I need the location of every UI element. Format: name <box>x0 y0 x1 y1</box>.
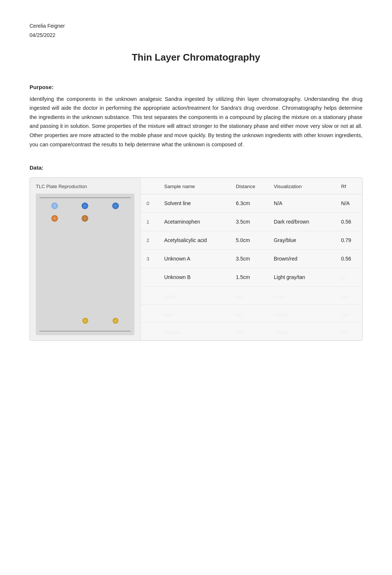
row-num <box>141 287 158 305</box>
sample-name: ...... <box>158 304 230 323</box>
rf-value: ..... <box>335 323 362 340</box>
rf-value: ..... <box>335 304 362 323</box>
table-row: ......... ..... ........ ..... <box>141 287 362 305</box>
sample-name: ......... <box>158 287 230 305</box>
row-num: 3 <box>141 250 158 268</box>
row-num <box>141 323 158 340</box>
table-row: ...... ..... ........... ..... <box>141 304 362 323</box>
visualization: Gray/blue <box>268 231 335 250</box>
row-num: 1 <box>141 213 158 231</box>
row-num: 2 <box>141 231 158 250</box>
author-name: Cerelia Feigner <box>30 22 362 30</box>
visualization: ........... <box>268 323 335 340</box>
distance: 5.0cm <box>230 231 268 250</box>
tlc-dots-row-bottom <box>39 317 131 324</box>
tlc-dot-orange3-2 <box>113 318 118 324</box>
row-num: 0 <box>141 194 158 213</box>
distance: ..... <box>230 287 268 305</box>
rf-value: 0.79 <box>335 231 362 250</box>
tlc-dot-blue-2 <box>112 203 119 209</box>
table-row: 0 Solvent line 6.3cm N/A N/A <box>141 194 362 213</box>
sample-name: Acetylsalicylic acid <box>158 231 230 250</box>
tlc-dots-row-mid <box>39 215 131 222</box>
purpose-text: Identifying the components in the unknow… <box>30 95 362 149</box>
visualization: ........ <box>268 287 335 305</box>
visualization: Light gray/tan <box>268 268 335 287</box>
th-distance: Distance <box>230 178 268 194</box>
date: 04/25/2022 <box>30 31 362 39</box>
rf-value: ... <box>335 268 362 287</box>
sample-name: ............. <box>158 323 230 340</box>
purpose-label: Purpose: <box>30 83 362 92</box>
data-table: Sample name Distance Visualization Rf 0 … <box>141 178 362 340</box>
visualization: N/A <box>268 194 335 213</box>
sample-name: Unknown A <box>158 250 230 268</box>
tlc-dot-orange3-1 <box>82 318 88 324</box>
tlc-dot-orange-1 <box>51 215 58 222</box>
table-row: 1 Acetaminophen 3.5cm Dark red/brown 0.5… <box>141 213 362 231</box>
tlc-spacer <box>39 225 131 314</box>
tlc-dot-placeholder <box>112 215 119 222</box>
table-panel: Sample name Distance Visualization Rf 0 … <box>141 178 362 340</box>
tlc-top-line <box>39 197 131 198</box>
sample-name: Acetaminophen <box>158 213 230 231</box>
sample-name: Solvent line <box>158 194 230 213</box>
table-row: 2 Acetylsalicylic acid 5.0cm Gray/blue 0… <box>141 231 362 250</box>
rf-value: N/A <box>335 194 362 213</box>
tlc-panel: TLC Plate Reproduction <box>30 178 141 340</box>
th-rf: Rf <box>335 178 362 194</box>
tlc-bottom-line <box>39 331 131 331</box>
data-label: Data: <box>30 164 362 172</box>
rf-value: 0.56 <box>335 250 362 268</box>
visualization: Brown/red <box>268 250 335 268</box>
visualization: ........... <box>268 304 335 323</box>
row-num <box>141 268 158 287</box>
tlc-dot-placeholder-2 <box>52 317 58 324</box>
page-title: Thin Layer Chromatography <box>30 50 362 65</box>
sample-name: Unknown B <box>158 268 230 287</box>
distance: 3.5cm <box>230 213 268 231</box>
tlc-dot-blue-light-1 <box>51 203 58 209</box>
tlc-dots-row-top <box>39 203 131 209</box>
distance: ..... <box>230 304 268 323</box>
tlc-panel-title: TLC Plate Reproduction <box>36 183 134 190</box>
distance: 1.5cm <box>230 268 268 287</box>
table-row: ............. ..... ........... ..... <box>141 323 362 340</box>
visualization: Dark red/brown <box>268 213 335 231</box>
tlc-dot-orange-2 <box>82 215 88 222</box>
distance: 6.3cm <box>230 194 268 213</box>
tlc-image-area <box>36 194 134 335</box>
th-visualization: Visualization <box>268 178 335 194</box>
th-sample-name: Sample name <box>158 178 230 194</box>
rf-value: 0.56 <box>335 213 362 231</box>
distance: ..... <box>230 323 268 340</box>
rf-value: ..... <box>335 287 362 305</box>
row-num <box>141 304 158 323</box>
distance: 3.5cm <box>230 250 268 268</box>
table-row: Unknown B 1.5cm Light gray/tan ... <box>141 268 362 287</box>
tlc-dot-blue-1 <box>82 203 88 209</box>
th-empty <box>141 178 158 194</box>
table-row: 3 Unknown A 3.5cm Brown/red 0.56 <box>141 250 362 268</box>
data-container: TLC Plate Reproduction <box>30 177 362 341</box>
